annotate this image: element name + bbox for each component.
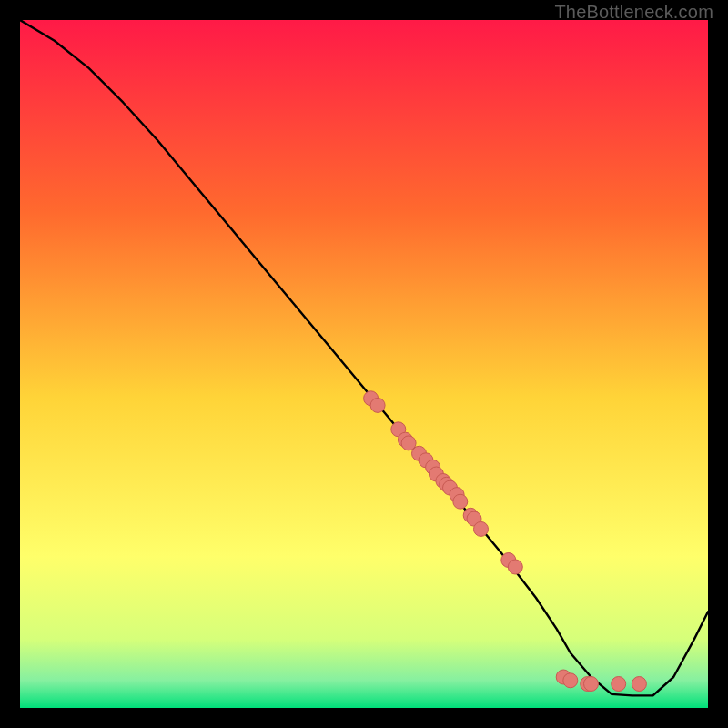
data-point (508, 560, 522, 574)
bottleneck-plot (20, 20, 708, 708)
data-point (563, 673, 578, 688)
plot-svg (20, 20, 708, 708)
data-point (632, 677, 646, 692)
data-point (474, 521, 489, 536)
data-point (370, 398, 385, 412)
data-point (612, 677, 626, 692)
chart-stage: TheBottleneck.com (0, 0, 728, 728)
data-point (584, 677, 599, 692)
data-point (453, 494, 468, 509)
gradient-background (20, 20, 708, 708)
